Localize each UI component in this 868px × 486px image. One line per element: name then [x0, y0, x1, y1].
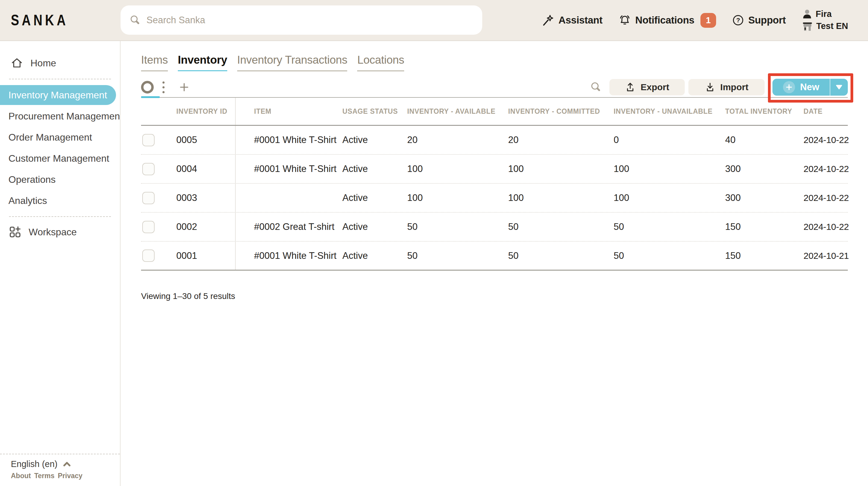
cell-committed: 50	[508, 250, 614, 261]
table-toolbar: Export Import New	[141, 77, 848, 98]
table-row[interactable]: 0004 #0001 White T-Shirt Active 100 100 …	[141, 155, 848, 184]
column-header[interactable]: USAGE STATUS	[342, 107, 407, 116]
user-menu[interactable]: Fira Test EN	[802, 9, 848, 32]
privacy-link[interactable]: Privacy	[58, 472, 83, 480]
cell-item[interactable]: #0001 White T-Shirt	[235, 155, 342, 183]
cell-unavailable: 0	[614, 135, 725, 145]
cell-total: 150	[725, 250, 804, 261]
cell-total: 300	[725, 193, 804, 203]
table-header-row: INVENTORY ID ITEM USAGE STATUS INVENTORY…	[141, 98, 848, 126]
table-row[interactable]: 0003 Active 100 100 100 300 2024-10-22	[141, 184, 848, 213]
tab-inventory-transactions[interactable]: Inventory Transactions	[237, 54, 347, 71]
add-view-plus-icon[interactable]	[179, 82, 189, 92]
row-checkbox[interactable]	[142, 163, 155, 175]
tab-items[interactable]: Items	[141, 54, 168, 71]
table-search-icon[interactable]	[590, 82, 601, 93]
view-tab-circle-icon[interactable]	[141, 81, 154, 93]
terms-link[interactable]: Terms	[34, 472, 54, 480]
sidebar-item-label: Inventory Management	[8, 90, 107, 101]
row-checkbox[interactable]	[142, 134, 155, 146]
cell-item[interactable]: #0002 Great T-shirt	[235, 213, 342, 241]
column-header[interactable]: INVENTORY - UNAVAILABLE	[614, 107, 725, 116]
sidebar-item-label: Analytics	[8, 195, 47, 206]
cell-usage-status: Active	[342, 250, 407, 261]
cell-total: 150	[725, 222, 804, 232]
table-row[interactable]: 0001 #0001 White T-Shirt Active 50 50 50…	[141, 241, 848, 270]
sidebar-item-analytics[interactable]: Analytics	[0, 190, 120, 211]
new-button-main[interactable]: New	[772, 79, 830, 96]
column-header[interactable]: ITEM	[235, 98, 342, 125]
import-label: Import	[720, 82, 748, 92]
workspace-name: Test EN	[816, 21, 848, 31]
legal-links: About Terms Privacy	[11, 472, 114, 480]
plus-icon	[783, 81, 795, 93]
notifications-badge: 1	[701, 13, 716, 28]
export-button[interactable]: Export	[610, 79, 685, 95]
sidebar-item-procurement-management[interactable]: Procurement Management	[0, 106, 120, 127]
person-icon	[802, 9, 812, 19]
cell-item[interactable]	[235, 184, 342, 212]
table-row[interactable]: 0005 #0001 White T-Shirt Active 20 20 0 …	[141, 126, 848, 155]
assistant-label: Assistant	[558, 15, 602, 26]
cell-inventory-id: 0001	[176, 250, 235, 261]
new-dropdown-toggle[interactable]	[830, 79, 848, 96]
cell-date: 2024-10-22	[804, 164, 849, 174]
tab-locations[interactable]: Locations	[357, 54, 404, 71]
sidebar-item-inventory-management[interactable]: Inventory Management	[0, 85, 116, 105]
global-search[interactable]	[121, 5, 482, 35]
brand-logo[interactable]: SANKA	[11, 11, 68, 29]
sidebar-footer: English (en) About Terms Privacy	[0, 454, 120, 486]
topnav: Assistant Notifications 1 ? Support	[542, 0, 848, 40]
column-header[interactable]: DATE	[804, 107, 848, 116]
cell-usage-status: Active	[342, 164, 407, 174]
assistant-button[interactable]: Assistant	[542, 14, 602, 26]
cell-usage-status: Active	[342, 135, 407, 145]
notifications-button[interactable]: Notifications 1	[619, 13, 716, 28]
cell-unavailable: 50	[614, 250, 725, 261]
table-row[interactable]: 0002 #0002 Great T-shirt Active 50 50 50…	[141, 213, 848, 241]
column-header[interactable]: INVENTORY - AVAILABLE	[407, 107, 508, 116]
sidebar-item-operations[interactable]: Operations	[0, 169, 120, 190]
cell-total: 300	[725, 164, 804, 174]
cell-date: 2024-10-21	[804, 251, 849, 261]
sidebar-item-workspace[interactable]: Workspace	[9, 222, 120, 242]
cell-inventory-id: 0005	[176, 135, 235, 145]
svg-text:?: ?	[736, 17, 740, 24]
support-button[interactable]: ? Support	[733, 15, 786, 26]
about-link[interactable]: About	[11, 472, 31, 480]
kebab-menu-icon[interactable]	[161, 80, 166, 94]
user-row[interactable]: Fira	[802, 9, 848, 19]
cell-unavailable: 100	[614, 193, 725, 203]
cell-date: 2024-10-22	[804, 135, 849, 145]
cell-usage-status: Active	[342, 222, 407, 232]
bell-icon	[619, 14, 631, 26]
cell-item[interactable]: #0001 White T-Shirt	[235, 126, 342, 154]
grid-plus-icon	[9, 226, 21, 238]
new-button[interactable]: New	[772, 79, 848, 96]
export-label: Export	[641, 82, 669, 92]
cell-item[interactable]: #0001 White T-Shirt	[235, 241, 342, 270]
column-header[interactable]: INVENTORY ID	[176, 107, 235, 116]
search-input[interactable]	[147, 15, 473, 26]
row-checkbox[interactable]	[142, 250, 155, 262]
sidebar-item-home[interactable]: Home	[11, 53, 120, 74]
sidebar-item-customer-management[interactable]: Customer Management	[0, 148, 120, 169]
sidebar-item-label: Home	[30, 58, 56, 69]
cell-committed: 20	[508, 135, 614, 145]
import-button[interactable]: Import	[688, 79, 765, 95]
user-name: Fira	[815, 9, 832, 19]
row-checkbox[interactable]	[142, 221, 155, 233]
tab-inventory[interactable]: Inventory	[178, 54, 227, 71]
workspace-row[interactable]: Test EN	[802, 21, 848, 32]
search-icon	[130, 15, 141, 26]
column-header[interactable]: TOTAL INVENTORY	[725, 107, 804, 116]
column-header[interactable]: INVENTORY - COMMITTED	[508, 107, 614, 116]
tab-bar: Items Inventory Inventory Transactions L…	[141, 54, 404, 71]
sidebar-divider	[9, 79, 111, 79]
sidebar-item-order-management[interactable]: Order Management	[0, 127, 120, 148]
cell-committed: 50	[508, 222, 614, 232]
cell-unavailable: 100	[614, 164, 725, 174]
notifications-label: Notifications	[635, 15, 694, 26]
language-selector[interactable]: English (en)	[11, 459, 114, 469]
row-checkbox[interactable]	[142, 192, 155, 204]
